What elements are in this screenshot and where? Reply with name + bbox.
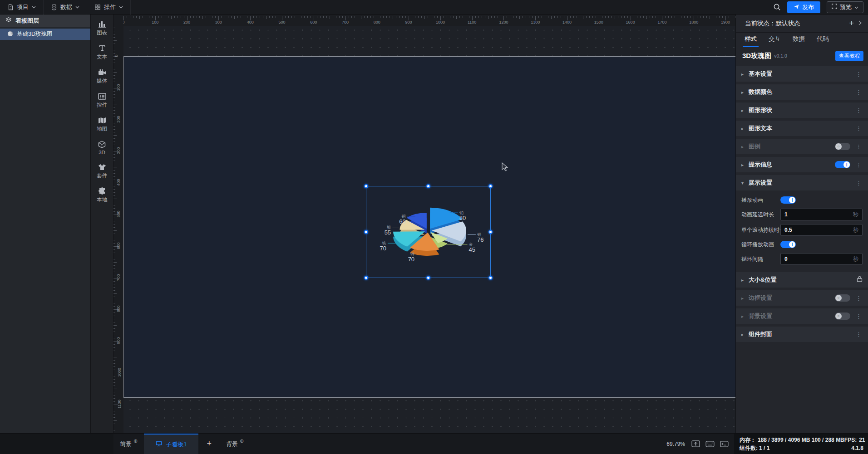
tab-3[interactable]: 代码 [814,35,832,47]
setting-input[interactable]: 0秒 [780,253,863,265]
resize-handle-nw[interactable] [364,184,368,188]
resize-handle-sw[interactable] [364,276,368,280]
tab-label: 子看板1 [166,440,187,449]
tutorial-button[interactable]: 查看教程 [835,51,863,61]
toolbar-item-local[interactable]: 本地 [91,187,113,203]
toggle-switch[interactable]: ❙ [780,241,796,248]
setting-row-2: 单个滚动持续时长0.5秒 [741,224,863,236]
section-label: 提示信息 [749,161,772,169]
setting-row-1: 动画延迟时长1秒 [741,209,863,220]
kebab-menu-icon[interactable]: ⋮ [855,180,863,186]
toolbar-item-kits[interactable]: 套件 [91,163,113,179]
add-background-icon[interactable]: ⊕ [240,438,244,444]
section-10[interactable]: ▸组件封面⋮ [736,327,868,342]
kebab-menu-icon[interactable]: ⋮ [855,125,863,132]
section-8[interactable]: ▸边框设置○⋮ [736,290,868,306]
kebab-menu-icon[interactable]: ⋮ [855,71,863,78]
layers-panel-title: 看板图层 [15,17,39,25]
resize-handle-s[interactable] [426,276,430,280]
section-3[interactable]: ▸图形文本⋮ [736,121,868,136]
toolbar-item-map[interactable]: 地图 [91,116,113,132]
kebab-menu-icon[interactable]: ⋮ [855,107,863,114]
toolbar-item-label: 媒体 [97,78,107,84]
operations-grid-icon [94,4,101,10]
preview-button[interactable]: 预览 [827,1,863,13]
toolbar-item-3d[interactable]: 3D [91,140,113,155]
fps-label: FPS: [844,436,857,444]
section-9[interactable]: ▸背景设置○⋮ [736,308,868,324]
lock-icon[interactable] [857,276,863,284]
toolbar-item-text[interactable]: 文本 [91,44,113,60]
section-4[interactable]: ▸图例○⋮ [736,139,868,154]
menu-data[interactable]: 数据 [44,0,87,15]
publish-button[interactable]: 发布 [787,1,820,13]
inspector-sections: ▸基本设置⋮▸数据颜色⋮▸图形形状⋮▸图形文本⋮▸图例○⋮▸提示信息❙⋮▾展示设… [736,64,868,342]
canvas-viewport[interactable]: 0100200300400500600700800900100011001200… [113,15,735,433]
setting-input[interactable]: 0.5秒 [780,224,863,236]
resize-handle-e[interactable] [488,230,493,234]
toggle-switch[interactable]: ○ [835,294,850,302]
section-5[interactable]: ▸提示信息❙⋮ [736,157,868,172]
map-icon [98,116,106,124]
section-0[interactable]: ▸基本设置⋮ [736,66,868,82]
setting-row-0: 播放动画❙ [741,195,863,205]
section-label: 大小&位置 [749,276,776,284]
selection-box[interactable] [366,186,491,278]
toolbar-item-widgets[interactable]: 控件 [91,92,113,108]
terminal-icon[interactable] [720,441,729,447]
fit-screen-icon[interactable] [691,440,700,447]
section-6[interactable]: ▾展示设置⋮ [736,175,868,190]
tab-sub-board-1[interactable]: 子看板1 [144,434,198,454]
resize-handle-ne[interactable] [488,184,493,188]
add-foreground-icon[interactable]: ⊕ [133,438,138,444]
preview-label: 预览 [840,3,852,11]
kebab-menu-icon[interactable]: ⋮ [855,331,863,338]
section-2[interactable]: ▸图形形状⋮ [736,103,868,118]
tab-0[interactable]: 样式 [742,35,760,47]
setting-label: 单个滚动持续时长 [741,226,780,234]
setting-input[interactable]: 1秒 [780,209,863,220]
kebab-menu-icon[interactable]: ⋮ [855,89,863,96]
search-icon[interactable] [773,3,781,11]
add-board-button[interactable]: + [198,434,220,454]
component-version: v0.1.0 [774,53,787,59]
component-header: 3D玫瑰图 v0.1.0 查看教程 [736,47,868,64]
resize-handle-se[interactable] [488,276,493,280]
kebab-menu-icon[interactable]: ⋮ [855,313,863,320]
tab-1[interactable]: 交互 [766,35,784,47]
toggle-switch[interactable]: ○ [835,312,850,320]
toggle-switch[interactable]: ○ [835,143,850,150]
kebab-menu-icon[interactable]: ⋮ [855,161,863,168]
keyboard-icon[interactable] [705,441,715,447]
resize-handle-w[interactable] [364,230,368,234]
tab-2[interactable]: 数据 [790,35,808,47]
toolbar-item-label: 图表 [97,29,107,36]
layer-item-rose-chart[interactable]: 基础3D玫瑰图 [0,29,90,40]
menu-operations[interactable]: 操作 [87,0,131,15]
plus-icon[interactable]: + [844,19,858,28]
section-label: 展示设置 [749,179,772,187]
section-1[interactable]: ▸数据颜色⋮ [736,84,868,100]
resize-handle-n[interactable] [426,184,430,188]
toolbar-item-media[interactable]: 媒体 [91,68,113,84]
top-menu-bar: 项目 数据 操作 发布 预览 [0,0,868,15]
foreground-button[interactable]: 前景 ⊕ [113,434,144,454]
kebab-menu-icon[interactable]: ⋮ [855,295,863,302]
toggle-switch[interactable]: ❙ [780,196,796,204]
section-label: 基本设置 [749,70,772,78]
section-7[interactable]: ▸大小&位置 [736,272,868,288]
layer-item-label: 基础3D玫瑰图 [17,30,52,38]
kebab-menu-icon[interactable]: ⋮ [855,143,863,150]
toggle-switch[interactable]: ❙ [835,161,850,168]
toolbar-item-label: 地图 [97,126,107,132]
menu-project[interactable]: 项目 [0,0,44,15]
chevron-right-icon[interactable] [858,20,862,27]
caret-right-icon: ▸ [741,90,749,95]
zoom-level[interactable]: 69.79% [666,441,685,447]
board-icon [156,441,162,448]
section-label: 组件封面 [749,330,772,338]
toolbar-item-charts[interactable]: 图表 [91,20,113,36]
background-button[interactable]: 背景 ⊕ [220,434,250,454]
component-title: 3D玫瑰图 [742,52,771,60]
ruler-corner [113,15,123,26]
